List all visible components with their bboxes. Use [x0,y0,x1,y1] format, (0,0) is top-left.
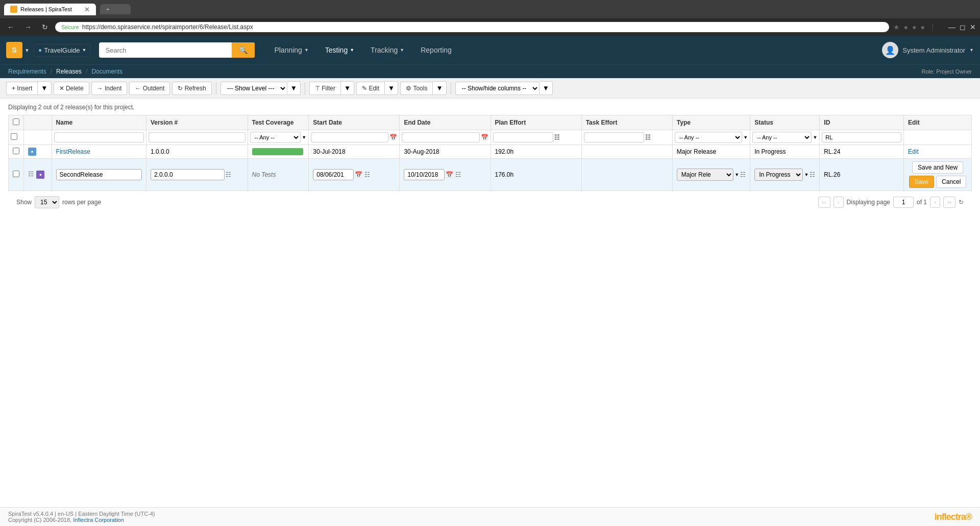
filter-button[interactable]: ⊤ Filter [309,82,340,95]
address-input[interactable]: Secure https://demo.spiraservice.net/spi… [55,22,889,32]
row2-checkbox[interactable] [13,171,19,177]
col-header-version[interactable]: Version # [146,115,248,130]
start-calendar-icon[interactable]: 📅 [389,134,397,141]
col-header-plan[interactable]: Plan Effort [491,115,581,130]
row2-version-input[interactable] [151,169,225,180]
col-header-id[interactable]: ID [820,115,904,130]
filter-coverage-select[interactable]: -- Any -- [250,132,301,143]
user-dropdown-arrow[interactable]: ▼ [969,47,974,53]
filter-start-input[interactable] [311,132,388,142]
breadcrumb-documents[interactable]: Documents [91,68,122,75]
refresh-button[interactable]: ↻ Refresh [172,82,211,95]
close-window-button[interactable]: ✕ [970,23,976,31]
col-header-start[interactable]: Start Date [309,115,400,130]
project-selector[interactable]: ● TravelGuide ▼ [34,44,91,57]
filter-type-select[interactable]: -- Any -- [675,132,743,143]
tools-button[interactable]: ⚙ Tools [400,82,432,95]
back-button[interactable]: ← [4,22,17,32]
insert-button[interactable]: + Insert [6,82,37,95]
row2-end-cal-icon[interactable]: 📅 [446,171,453,178]
user-name[interactable]: System Administrator [902,46,965,54]
browser-menu[interactable]: ⋮ [929,23,936,31]
filter-name-input[interactable] [54,132,144,142]
edit-button[interactable]: ✎ Edit [356,82,384,95]
filter-id-input[interactable] [822,132,901,142]
rows-per-page-select[interactable]: 15 25 50 [35,196,59,208]
delete-button[interactable]: ✕ Delete [54,82,89,95]
extension-icon-1[interactable]: ● [904,23,908,31]
show-level-arrow[interactable]: ▼ [287,81,301,95]
select-all-checkbox[interactable] [13,118,19,125]
row2-list-icon[interactable]: ☷ [28,171,34,178]
indent-button[interactable]: → Indent [91,82,128,95]
row2-type-arrow[interactable]: ▼ [734,172,739,177]
forward-button[interactable]: → [21,22,35,32]
col-header-task[interactable]: Task Effort [581,115,672,130]
plan-filter-icon[interactable]: ☷ [554,134,560,141]
filter-end-input[interactable] [402,132,479,142]
row2-start-input[interactable] [313,169,354,180]
search-input[interactable] [99,43,232,57]
row1-checkbox[interactable] [13,148,19,154]
row2-start-list-icon[interactable]: ☷ [364,171,370,178]
first-page-button[interactable]: ‹‹ [818,197,830,208]
page-number-input[interactable] [893,197,914,208]
insert-dropdown-arrow[interactable]: ▼ [37,81,51,95]
row2-status-list-icon[interactable]: ☷ [810,171,815,178]
logo-dropdown-arrow[interactable]: ▼ [24,47,30,53]
bookmark-icon[interactable]: ★ [893,23,900,31]
filter-dropdown-arrow[interactable]: ▼ [340,81,354,95]
nav-item-testing[interactable]: Testing ▼ [318,42,361,58]
tools-dropdown-arrow[interactable]: ▼ [432,81,446,95]
nav-item-reporting[interactable]: Reporting [413,42,459,58]
col-header-status[interactable]: Status [750,115,820,130]
show-hide-arrow[interactable]: ▼ [540,81,553,95]
status-filter-arrow[interactable]: ▼ [813,135,817,140]
end-calendar-icon[interactable]: 📅 [481,134,488,141]
nav-item-tracking[interactable]: Tracking ▼ [363,42,411,58]
col-header-name[interactable]: Name [52,115,146,130]
row2-version-list-icon[interactable]: ☷ [226,171,231,178]
search-button[interactable]: 🔍 [232,42,255,58]
row1-name-link[interactable]: FirstRelease [56,148,90,155]
row2-type-list-icon[interactable]: ☷ [740,171,746,178]
edit-dropdown-arrow[interactable]: ▼ [384,81,398,95]
save-and-new-button[interactable]: Save and New [912,161,963,174]
type-filter-arrow[interactable]: ▼ [743,135,748,140]
row2-status-arrow[interactable]: ▼ [804,172,808,177]
row1-edit-button[interactable]: Edit [908,148,919,155]
address-url[interactable]: https://demo.spiraservice.net/spiraimpor… [82,23,883,31]
filter-row-checkbox[interactable] [11,133,17,140]
row2-status-select[interactable]: In Progress Planned Completed Closed [754,169,803,181]
show-hide-select[interactable]: -- Show/hide columns -- [455,82,540,95]
col-header-end[interactable]: End Date [400,115,491,130]
row2-type-select[interactable]: Major Rele Minor Release Iteration Phase [677,169,734,181]
task-filter-icon[interactable]: ☷ [645,134,651,141]
app-logo[interactable]: S [6,42,22,58]
breadcrumb-requirements[interactable]: Requirements [8,68,46,75]
browser-tab-active[interactable]: Releases | SpiraTest ✕ [4,4,96,15]
filter-status-select[interactable]: -- Any -- [752,132,812,143]
coverage-filter-arrow[interactable]: ▼ [302,135,306,140]
minimize-button[interactable]: — [948,23,955,31]
refresh-browser-button[interactable]: ↻ [39,22,51,32]
col-header-type[interactable]: Type [672,115,750,130]
extension-icon-2[interactable]: ● [912,23,916,31]
filter-version-input[interactable] [149,132,246,142]
row2-name-input[interactable] [56,169,142,180]
breadcrumb-releases[interactable]: Releases [56,68,82,75]
browser-tab-inactive[interactable]: + [100,4,131,14]
save-button[interactable]: Save [909,176,934,188]
filter-task-input[interactable] [584,132,644,142]
next-page-button[interactable]: › [930,197,940,208]
nav-item-planning[interactable]: Planning ▼ [267,42,315,58]
row2-end-list-icon[interactable]: ☷ [455,171,461,178]
outdent-button[interactable]: ← Outdent [129,82,170,95]
show-level-select[interactable]: --- Show Level --- [220,82,287,95]
refresh-pagination-icon[interactable]: ↻ [959,199,964,206]
extension-icon-3[interactable]: ● [921,23,925,31]
col-header-coverage[interactable]: Test Coverage [248,115,309,130]
row2-end-input[interactable] [404,169,445,180]
maximize-button[interactable]: ◻ [960,23,966,31]
cancel-button[interactable]: Cancel [936,176,966,188]
